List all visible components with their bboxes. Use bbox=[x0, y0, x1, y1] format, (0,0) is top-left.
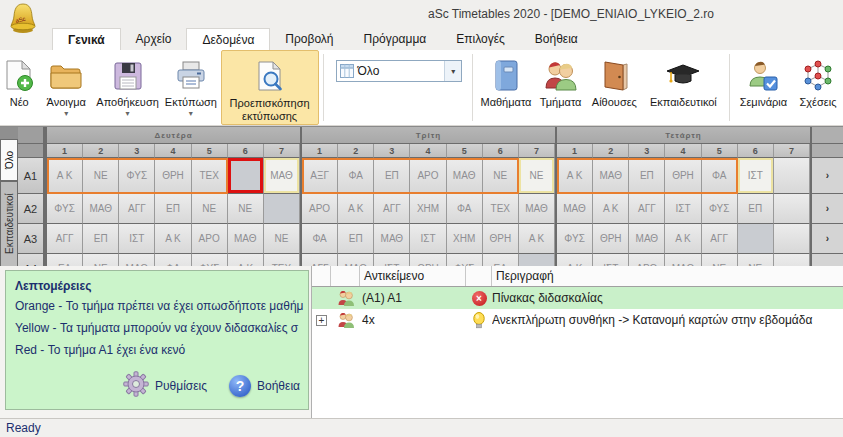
timetable-cell[interactable]: ΙΣΤ bbox=[119, 224, 155, 254]
tab-dedomena[interactable]: Δεδομένα bbox=[186, 28, 270, 50]
timetable-cell[interactable]: ΘΡΗ bbox=[665, 158, 701, 194]
timetable-cell[interactable]: ΜΑΘ bbox=[264, 158, 300, 194]
timetable-cell[interactable]: ΝΕ bbox=[83, 254, 119, 266]
tab-programma[interactable]: Πρόγραμμα bbox=[349, 28, 442, 50]
subjects-button[interactable]: Μαθήματα bbox=[477, 50, 535, 125]
timetable-cell[interactable]: ΑΓΓ bbox=[374, 194, 410, 224]
expand-icon[interactable]: + bbox=[316, 315, 327, 326]
timetable-cell[interactable]: ΙΣΤ bbox=[738, 158, 774, 194]
timetable-cell[interactable]: ΜΑΘ bbox=[593, 158, 629, 194]
issues-header-description[interactable]: Περιγραφή bbox=[492, 266, 843, 286]
timetable-cell[interactable]: ΜΑΘ bbox=[228, 224, 264, 254]
side-tab-all[interactable]: Όλο bbox=[0, 139, 18, 181]
tab-arxeio[interactable]: Αρχείο bbox=[121, 28, 187, 50]
timetable-cell[interactable]: ΑΡΟ bbox=[629, 254, 665, 266]
class-row-header[interactable]: A1 bbox=[18, 158, 45, 194]
class-row-header[interactable]: A2 bbox=[18, 194, 45, 224]
row-overflow-marker[interactable]: › bbox=[810, 158, 843, 194]
timetable-cell[interactable]: Α Κ bbox=[47, 158, 83, 194]
timetable-cell[interactable]: ΝΕ bbox=[192, 194, 228, 224]
timetable-cell[interactable]: ΧΗΜ bbox=[410, 194, 446, 224]
timetable-cell[interactable]: ΜΑΘ bbox=[374, 224, 410, 254]
timetable-cell[interactable]: ΜΑΘ bbox=[338, 254, 374, 266]
timetable-cell[interactable]: ΝΕ bbox=[483, 158, 519, 194]
timetable-cell[interactable]: ΕΠ bbox=[83, 224, 119, 254]
timetable-cell[interactable] bbox=[774, 194, 810, 224]
timetable-cell[interactable]: ΕΠ bbox=[629, 158, 665, 194]
teachers-button[interactable]: Εκπαιδευτικοί bbox=[642, 50, 724, 125]
timetable-cell[interactable]: Α Κ bbox=[228, 254, 264, 266]
timetable-cell[interactable]: ΝΕ bbox=[228, 194, 264, 224]
timetable-cell[interactable]: ΑΓΓ bbox=[119, 194, 155, 224]
timetable-cell[interactable]: Α Κ bbox=[338, 194, 374, 224]
row-overflow-marker[interactable]: › bbox=[810, 224, 843, 254]
issue-row[interactable]: (A1) A1 × Πίνακας διδασκαλίας bbox=[312, 287, 843, 309]
tab-epiloges[interactable]: Επιλογές bbox=[441, 28, 520, 50]
timetable-cell[interactable]: ΦΑ bbox=[447, 194, 483, 224]
timetable-cell[interactable]: ΜΑΘ bbox=[519, 194, 555, 224]
timetable-cell[interactable]: ΑΓΓ bbox=[47, 224, 83, 254]
issues-header-object[interactable]: Αντικείμενο bbox=[360, 266, 466, 286]
seminars-button[interactable]: Σεμινάρια bbox=[734, 50, 793, 125]
tab-genika[interactable]: Γενικά bbox=[52, 28, 121, 50]
help-icon[interactable]: ? bbox=[229, 375, 251, 397]
tab-provoli[interactable]: Προβολή bbox=[270, 28, 348, 50]
timetable-cell[interactable]: ΙΣΤ bbox=[410, 224, 446, 254]
combo-dropdown-arrow-icon[interactable]: ▾ bbox=[444, 61, 461, 81]
timetable-cell[interactable]: ΦΥΣ bbox=[119, 158, 155, 194]
timetable-cell[interactable]: ΦΥΣ bbox=[557, 224, 593, 254]
new-button[interactable]: Νέο bbox=[0, 50, 38, 125]
help-button[interactable]: Βοήθεια bbox=[257, 379, 300, 393]
print-button[interactable]: Εκτύπωση ▾ bbox=[161, 50, 220, 125]
timetable-cell[interactable]: ΝΕ bbox=[519, 158, 555, 194]
issue-row[interactable]: + 4x Ανεκπλήρωτη συνθήκη -> Κατανομή κα bbox=[312, 309, 843, 331]
timetable-cell[interactable]: ΤΕΧ bbox=[264, 254, 300, 266]
timetable-cell[interactable]: ΜΑΘ bbox=[557, 194, 593, 224]
timetable-cell[interactable]: Α Κ bbox=[665, 224, 701, 254]
save-button[interactable]: Αποθήκευση ▾ bbox=[94, 50, 161, 125]
timetable-cell[interactable]: ΙΣΤ bbox=[665, 194, 701, 224]
timetable-cell[interactable]: ΜΑΘ bbox=[119, 254, 155, 266]
timetable-cell[interactable]: ΑΡΟ bbox=[192, 224, 228, 254]
timetable-cell[interactable]: ΑΓΓ bbox=[302, 254, 338, 266]
timetable-cell[interactable] bbox=[228, 158, 264, 194]
timetable-cell[interactable] bbox=[738, 224, 774, 254]
print-preview-button[interactable]: Προεπισκόπηση εκτύπωσης bbox=[221, 50, 319, 125]
timetable-cell[interactable]: ΝΕ bbox=[83, 158, 119, 194]
timetable-cell[interactable]: ΝΕ bbox=[738, 254, 774, 266]
timetable-cell[interactable]: Α Κ bbox=[519, 224, 555, 254]
settings-gear-icon[interactable] bbox=[123, 371, 149, 400]
class-row-header[interactable]: A4 bbox=[18, 254, 45, 266]
asc-bell-logo-icon[interactable]: aSc bbox=[8, 2, 38, 34]
timetable-cell[interactable]: ΝΕ bbox=[702, 254, 738, 266]
rooms-button[interactable]: Αίθουσες bbox=[587, 50, 643, 125]
tab-voitheia[interactable]: Βοήθεια bbox=[520, 28, 593, 50]
timetable-cell[interactable]: ΜΑΘ bbox=[665, 254, 701, 266]
timetable-cell[interactable]: ΜΑΘ bbox=[447, 158, 483, 194]
timetable-cell[interactable]: ΘΡΗ bbox=[483, 224, 519, 254]
timetable-cell[interactable]: ΘΡΗ bbox=[593, 224, 629, 254]
row-overflow-marker[interactable]: › bbox=[810, 254, 843, 266]
timetable-cell[interactable]: ΕΠ bbox=[155, 194, 191, 224]
timetable-cell[interactable]: Α Κ bbox=[557, 158, 593, 194]
timetable-cell[interactable]: ΑΓΓ bbox=[702, 224, 738, 254]
timetable-cell[interactable]: ΙΣΤ bbox=[593, 254, 629, 266]
timetable-cell[interactable] bbox=[774, 254, 810, 266]
timetable-cell[interactable]: ΕΠ bbox=[338, 224, 374, 254]
timetable-cell[interactable]: ΦΥΣ bbox=[192, 254, 228, 266]
side-tab-teachers[interactable]: Εκπαιδευτικοί bbox=[0, 181, 18, 266]
timetable-cell[interactable]: ΘΡΗ bbox=[410, 254, 446, 266]
timetable-cell[interactable]: ΦΑ bbox=[155, 254, 191, 266]
timetable-cell[interactable]: ΕΛ bbox=[483, 254, 519, 266]
timetable-cell[interactable]: ΧΗΜ bbox=[447, 224, 483, 254]
timetable-cell[interactable]: ΦΥΣ bbox=[702, 194, 738, 224]
timetable-cell[interactable]: ΑΡΟ bbox=[410, 158, 446, 194]
timetable-cell[interactable]: ΑΞΓ bbox=[302, 158, 338, 194]
view-select-combo[interactable]: Όλο ▾ bbox=[336, 60, 463, 82]
relations-button[interactable]: Σχέσεις bbox=[793, 50, 843, 125]
dropdown-caret-icon[interactable]: ▾ bbox=[189, 109, 193, 118]
timetable-cell[interactable]: ΑΓΓ bbox=[629, 194, 665, 224]
timetable-cell[interactable]: Α Κ bbox=[557, 254, 593, 266]
settings-button[interactable]: Ρυθμίσεις bbox=[155, 379, 207, 393]
timetable-cell[interactable]: ΙΣΤ bbox=[374, 254, 410, 266]
